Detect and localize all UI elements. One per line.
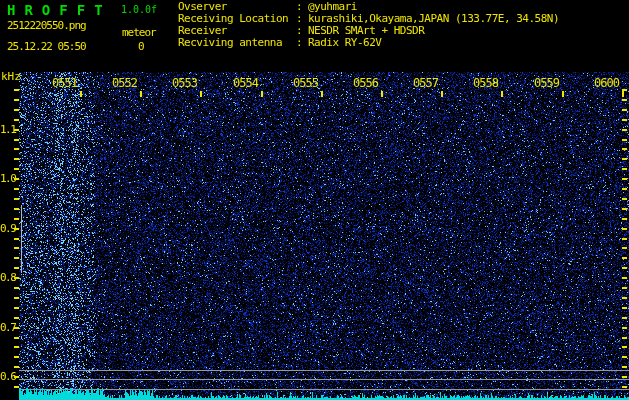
- freq-tick: [14, 139, 19, 141]
- time-tick: [381, 91, 383, 97]
- time-tick: [321, 91, 323, 97]
- time-tick: [562, 91, 564, 97]
- output-filename: 2512220550.png: [7, 19, 86, 32]
- freq-tick: [14, 346, 19, 348]
- freq-tick: [622, 168, 627, 170]
- freq-tick: [622, 267, 627, 269]
- time-tick: [622, 91, 624, 97]
- freq-tick: [622, 327, 627, 329]
- freq-tick: [622, 129, 627, 131]
- observer-info-block: Ovserver:@yuhmari Receiving Location:kur…: [178, 1, 559, 49]
- time-tick: [261, 91, 263, 97]
- meteor-count-value: 0: [138, 40, 145, 53]
- freq-tick: [622, 218, 627, 220]
- freq-tick: [622, 208, 627, 210]
- freq-tick: [14, 356, 19, 358]
- freq-tick: [622, 346, 627, 348]
- freq-tick: [622, 178, 627, 180]
- antenna-label: Recviving antenna: [178, 37, 296, 49]
- freq-tick: [14, 337, 19, 339]
- freq-tick: [622, 376, 627, 378]
- freq-tick: [14, 247, 19, 249]
- meteor-count-label: meteor: [122, 26, 156, 39]
- freq-tick: [14, 257, 19, 259]
- freq-tick: [622, 148, 627, 150]
- hrofft-window: HROFFT 1.0.0f 2512220550.png meteor 25.1…: [0, 0, 629, 400]
- freq-tick: [14, 218, 19, 220]
- time-label: 0559: [531, 77, 559, 89]
- freq-tick: [622, 109, 627, 111]
- freq-tick: [14, 366, 19, 368]
- time-label: 0554: [230, 77, 258, 89]
- freq-tick: [622, 99, 627, 101]
- freq-tick: [622, 366, 627, 368]
- freq-tick: [14, 188, 19, 190]
- freq-tick: [622, 337, 627, 339]
- freq-label: 1.1: [0, 124, 15, 135]
- antenna-value: Radix RY-62V: [308, 37, 381, 49]
- freq-label: 0.8: [0, 272, 15, 283]
- freq-tick: [622, 307, 627, 309]
- freq-label: 0.9: [0, 223, 15, 234]
- freq-tick: [14, 148, 19, 150]
- freq-tick: [622, 238, 627, 240]
- time-label: 0555: [290, 77, 318, 89]
- freq-tick: [14, 317, 19, 319]
- time-label: 0600: [591, 77, 619, 89]
- freq-tick: [622, 386, 627, 388]
- app-title: HROFFT: [7, 2, 112, 18]
- freq-tick: [622, 277, 627, 279]
- frequency-axis-unit: kHz: [1, 70, 21, 83]
- time-tick: [140, 91, 142, 97]
- freq-tick: [14, 119, 19, 121]
- freq-tick: [14, 307, 19, 309]
- freq-tick: [622, 198, 627, 200]
- freq-tick: [14, 158, 19, 160]
- freq-tick: [14, 198, 19, 200]
- freq-tick: [14, 168, 19, 170]
- separator: :: [296, 37, 308, 49]
- freq-tick: [622, 356, 627, 358]
- freq-tick: [14, 208, 19, 210]
- freq-label: 0.7: [0, 322, 15, 333]
- freq-tick: [622, 297, 627, 299]
- time-label: 0557: [410, 77, 438, 89]
- time-tick: [80, 91, 82, 97]
- freq-tick: [622, 119, 627, 121]
- freq-tick: [14, 109, 19, 111]
- spectrogram-canvas: [0, 0, 629, 400]
- freq-tick: [14, 386, 19, 388]
- freq-tick: [622, 257, 627, 259]
- freq-tick: [622, 317, 627, 319]
- time-label: 0551: [49, 77, 77, 89]
- time-label: 0558: [470, 77, 498, 89]
- freq-tick: [622, 188, 627, 190]
- time-label: 0556: [350, 77, 378, 89]
- freq-tick: [622, 139, 627, 141]
- time-tick: [441, 91, 443, 97]
- observation-timestamp: 25.12.22 05:50: [7, 40, 86, 53]
- freq-tick: [622, 158, 627, 160]
- antenna-row: Recviving antenna:Radix RY-62V: [178, 37, 559, 49]
- time-tick: [200, 91, 202, 97]
- time-tick: [501, 91, 503, 97]
- time-label: 0552: [109, 77, 137, 89]
- freq-label: 1.0: [0, 173, 15, 184]
- freq-label: 0.6: [0, 371, 15, 382]
- freq-tick: [14, 287, 19, 289]
- freq-tick: [14, 297, 19, 299]
- app-version: 1.0.0f: [121, 4, 157, 15]
- freq-tick: [622, 247, 627, 249]
- time-label: 0553: [169, 77, 197, 89]
- freq-tick: [14, 238, 19, 240]
- freq-tick: [14, 99, 19, 101]
- freq-tick: [14, 89, 19, 91]
- freq-tick: [622, 287, 627, 289]
- freq-tick: [14, 267, 19, 269]
- freq-tick: [622, 228, 627, 230]
